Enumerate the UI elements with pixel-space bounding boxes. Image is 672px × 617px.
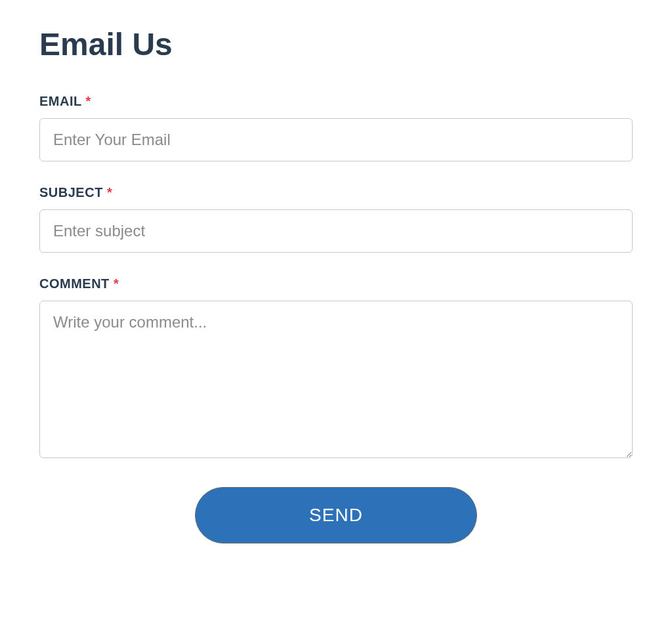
subject-label: SUBJECT *: [39, 185, 633, 200]
email-required-mark: *: [85, 94, 91, 108]
button-row: SEND: [39, 487, 633, 543]
comment-label-text: COMMENT: [39, 276, 110, 291]
subject-required-mark: *: [107, 185, 112, 200]
email-group: EMAIL *: [39, 94, 633, 161]
comment-field[interactable]: [39, 301, 633, 458]
email-field[interactable]: [39, 118, 633, 161]
email-label: EMAIL *: [39, 94, 633, 109]
subject-label-text: SUBJECT: [39, 185, 103, 200]
page-title: Email Us: [39, 26, 633, 62]
subject-field[interactable]: [39, 209, 633, 253]
comment-required-mark: *: [114, 276, 119, 291]
comment-group: COMMENT *: [39, 276, 633, 461]
send-button[interactable]: SEND: [195, 487, 477, 543]
subject-group: SUBJECT *: [39, 185, 633, 253]
email-label-text: EMAIL: [39, 94, 81, 108]
comment-label: COMMENT *: [39, 276, 633, 291]
